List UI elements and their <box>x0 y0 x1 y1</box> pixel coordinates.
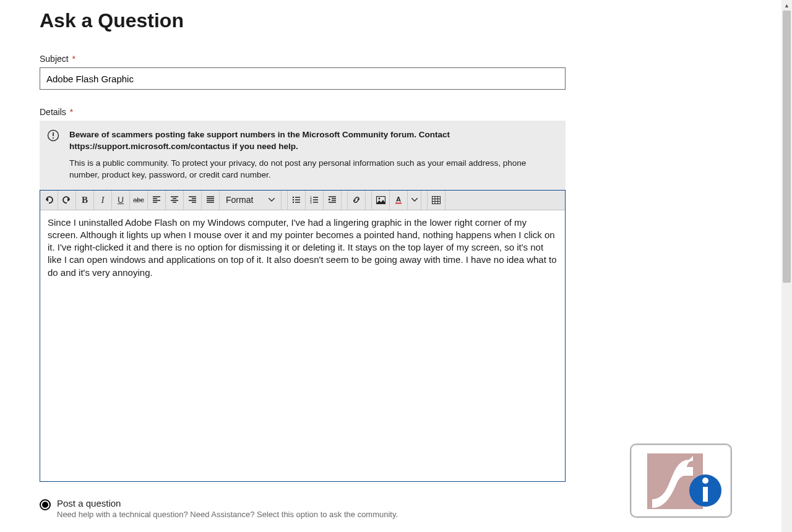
scrollbar[interactable]: ▲ <box>781 0 792 532</box>
align-center-button[interactable] <box>166 191 184 210</box>
text-color-dropdown[interactable] <box>408 191 421 210</box>
align-right-button[interactable] <box>184 191 202 210</box>
scroll-thumb[interactable] <box>783 11 791 283</box>
align-justify-button[interactable] <box>202 191 220 210</box>
align-left-button[interactable] <box>148 191 166 210</box>
details-label-text: Details <box>40 107 66 117</box>
flash-overlay[interactable] <box>630 444 732 518</box>
editor-toolbar: B I U abc Format <box>40 191 565 210</box>
svg-point-2 <box>53 137 54 139</box>
scroll-up-button[interactable]: ▲ <box>781 0 792 11</box>
outdent-button[interactable] <box>324 191 342 210</box>
svg-point-10 <box>378 197 380 199</box>
subject-label: Subject * <box>40 54 582 64</box>
underline-button[interactable]: U <box>112 191 130 210</box>
svg-point-4 <box>293 199 294 200</box>
bullet-list-button[interactable] <box>288 191 306 210</box>
table-button[interactable] <box>428 191 446 210</box>
italic-button[interactable]: I <box>94 191 112 210</box>
required-mark: * <box>72 54 75 64</box>
privacy-warning: Beware of scammers posting fake support … <box>40 121 566 190</box>
link-button[interactable] <box>348 191 366 210</box>
details-textarea[interactable]: Since I uninstalled Adobe Flash on my Wi… <box>40 210 565 481</box>
image-button[interactable] <box>372 191 390 210</box>
chevron-down-icon <box>269 198 275 202</box>
undo-button[interactable] <box>40 191 58 210</box>
warning-line1: Beware of scammers posting fake support … <box>69 129 556 153</box>
svg-rect-12 <box>395 203 402 204</box>
radio-selected-dot <box>42 502 48 508</box>
redo-button[interactable] <box>58 191 76 210</box>
radio-post-question[interactable] <box>40 499 51 510</box>
format-label: Format <box>226 195 253 205</box>
radio-label: Post a question <box>57 498 398 508</box>
numbered-list-button[interactable]: 123 <box>306 191 324 210</box>
svg-point-3 <box>293 197 294 198</box>
chevron-down-icon <box>411 198 418 202</box>
format-dropdown[interactable]: Format <box>220 191 282 210</box>
flash-icon <box>641 450 721 512</box>
svg-rect-13 <box>433 196 441 204</box>
warning-line2: This is a public community. To protect y… <box>69 158 556 181</box>
svg-point-17 <box>702 478 708 484</box>
text-color-button[interactable]: A <box>390 191 408 210</box>
post-type-option[interactable]: Post a question Need help with a technic… <box>40 498 582 519</box>
warning-icon <box>47 129 59 145</box>
radio-sublabel: Need help with a technical question? Nee… <box>57 510 398 519</box>
details-label: Details * <box>40 107 582 117</box>
strikethrough-button[interactable]: abc <box>130 191 148 210</box>
svg-rect-16 <box>703 487 708 502</box>
subject-input[interactable] <box>40 67 566 90</box>
svg-text:A: A <box>396 195 401 203</box>
svg-point-5 <box>293 202 294 203</box>
svg-text:3: 3 <box>310 200 312 204</box>
subject-label-text: Subject <box>40 54 69 64</box>
page-title: Ask a Question <box>40 9 582 32</box>
rich-text-editor: B I U abc Format <box>40 190 566 482</box>
required-mark: * <box>70 107 73 117</box>
bold-button[interactable]: B <box>76 191 94 210</box>
